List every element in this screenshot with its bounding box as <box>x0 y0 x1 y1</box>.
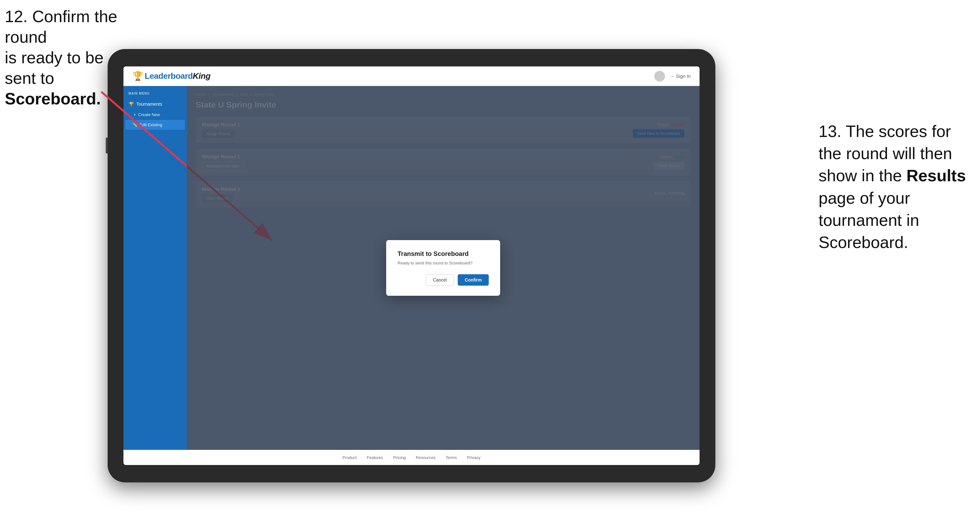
sign-in-label: Sign In <box>676 73 691 79</box>
footer-privacy[interactable]: Privacy <box>467 455 480 460</box>
edit-icon: ✏️ <box>132 122 137 127</box>
sidebar-item-edit-existing[interactable]: ✏️ Edit Existing <box>125 120 185 130</box>
modal-overlay: Transmit to Scoreboard Ready to send thi… <box>187 86 700 450</box>
main-menu-label: MAIN MENU <box>123 92 187 98</box>
sidebar-item-create-new[interactable]: + Create New <box>123 110 187 119</box>
annotation-right-text: 13. The scores for the round will then s… <box>819 122 966 251</box>
annotation-results-bold: Results <box>907 167 966 185</box>
modal-actions: Cancel Confirm <box>398 274 489 286</box>
tablet-screen: 🏆 LeaderboardKing → Sign In MAIN MENU 🏆 <box>123 67 700 465</box>
nav-right: → Sign In <box>654 71 691 82</box>
tablet-side-button <box>106 138 108 153</box>
transmit-modal: Transmit to Scoreboard Ready to send thi… <box>386 240 500 296</box>
logo-second: King <box>193 71 210 81</box>
sign-in-icon: → <box>670 73 674 79</box>
page-content: Home > Tournaments > State U Spring Invi… <box>187 86 700 450</box>
trophy-icon: 🏆 <box>129 102 134 106</box>
sidebar: MAIN MENU 🏆 Tournaments + Create New ✏️ … <box>123 86 187 450</box>
modal-subtitle: Ready to send this round to Scoreboard? <box>398 261 489 265</box>
annotation-line1: 12. Confirm the round <box>5 7 118 46</box>
annotation-bold: Scoreboard. <box>5 89 101 108</box>
logo-area: 🏆 LeaderboardKing <box>132 71 210 81</box>
sign-in-button[interactable]: → Sign In <box>670 73 691 79</box>
sidebar-item-tournaments[interactable]: 🏆 Tournaments <box>123 98 187 110</box>
footer-product[interactable]: Product <box>342 455 357 460</box>
main-content-area: MAIN MENU 🏆 Tournaments + Create New ✏️ … <box>123 86 700 450</box>
edit-existing-label: Edit Existing <box>140 122 162 127</box>
user-avatar <box>654 71 665 82</box>
annotation-line2: is ready to be sent to <box>5 48 103 87</box>
modal-confirm-button[interactable]: Confirm <box>458 274 489 286</box>
annotation-top: 12. Confirm the round is ready to be sen… <box>5 6 125 109</box>
modal-cancel-button[interactable]: Cancel <box>426 274 454 286</box>
tournaments-label: Tournaments <box>137 102 162 106</box>
plus-icon: + <box>134 112 136 117</box>
tablet-device: 🏆 LeaderboardKing → Sign In MAIN MENU 🏆 <box>108 49 715 483</box>
modal-title: Transmit to Scoreboard <box>398 250 489 257</box>
footer-terms[interactable]: Terms <box>446 455 457 460</box>
footer-resources[interactable]: Resources <box>416 455 436 460</box>
create-new-label: Create New <box>138 112 160 117</box>
logo-first: Leaderboard <box>145 71 193 81</box>
logo-cup-icon: 🏆 <box>132 71 143 81</box>
annotation-right: 13. The scores for the round will then s… <box>819 120 970 253</box>
footer-pricing[interactable]: Pricing <box>393 455 406 460</box>
top-navigation: 🏆 LeaderboardKing → Sign In <box>123 67 700 86</box>
logo-text: LeaderboardKing <box>145 71 210 81</box>
footer: Product Features Pricing Resources Terms… <box>123 450 700 465</box>
footer-features[interactable]: Features <box>367 455 383 460</box>
